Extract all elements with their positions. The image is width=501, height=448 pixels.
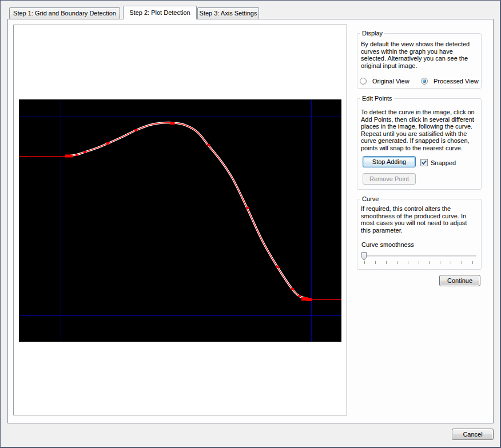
curve-point-marker: [106, 142, 109, 145]
curve-point-cluster: [307, 298, 312, 301]
wizard-window: Step 1: Grid and Boundary Detection Step…: [0, 0, 501, 448]
display-group: Display By default the view shows the de…: [357, 33, 482, 89]
plot-image[interactable]: [19, 99, 341, 342]
edit-points-group-title: Edit Points: [360, 95, 394, 102]
curve-point-marker: [207, 144, 210, 146]
curve-group-text: If required, this control alters the smo…: [361, 205, 479, 234]
curve-point-marker: [246, 207, 249, 209]
curve-point-cluster: [65, 155, 73, 158]
slider-tick: [462, 261, 462, 264]
tab-step2[interactable]: Step 2: Plot Detection: [123, 6, 197, 19]
curve-point-marker: [84, 151, 86, 153]
remove-point-button[interactable]: Remove Point: [363, 173, 416, 185]
tab-step1-label: Step 1: Grid and Boundary Detection: [13, 10, 116, 17]
plot-background: [19, 99, 341, 342]
plot-canvas-panel[interactable]: [13, 25, 347, 415]
snapped-checkbox[interactable]: [420, 159, 428, 166]
slider-tick: [472, 261, 473, 264]
curve-point-marker: [75, 154, 78, 156]
slider-tick: [419, 261, 419, 264]
display-group-text: By default the view shows the detected c…: [361, 41, 479, 69]
radio-processed-view-circle: [421, 78, 428, 85]
slider-tick: [397, 261, 397, 264]
snapped-checkbox-label[interactable]: Snapped: [431, 159, 456, 166]
radio-processed-view-label: Processed View: [434, 78, 479, 85]
tab-step3-label: Step 3: Axis Settings: [200, 10, 257, 17]
radio-original-view-circle: [360, 78, 367, 85]
check-icon: [421, 159, 427, 166]
slider-tick: [375, 261, 376, 264]
edit-points-group-text: To detect the curve in the image, click …: [361, 109, 479, 152]
curve-group-title: Curve: [360, 195, 380, 203]
tab-step3[interactable]: Step 3: Axis Settings: [197, 7, 259, 19]
curve-point-cluster: [170, 122, 175, 125]
stop-adding-button[interactable]: Stop Adding: [363, 156, 416, 167]
cancel-button[interactable]: Cancel: [452, 429, 494, 440]
edit-points-group: Edit Points To detect the curve in the i…: [357, 98, 482, 190]
curve-point-marker: [298, 295, 301, 297]
display-group-title: Display: [360, 30, 384, 37]
slider-tick: [386, 261, 387, 264]
slider-tick: [451, 261, 451, 264]
curve-group: Curve If required, this control alters t…: [357, 199, 482, 270]
radio-original-view[interactable]: Original View: [360, 77, 417, 85]
curve-smoothness-label: Curve smoothness: [361, 241, 414, 248]
tab-step2-label: Step 2: Plot Detection: [129, 9, 190, 16]
curve-point-marker: [134, 129, 137, 131]
curve-smoothness-slider-track[interactable]: [361, 255, 476, 257]
tab-step1[interactable]: Step 1: Grid and Boundary Detection: [9, 7, 120, 19]
radio-processed-view[interactable]: Processed View: [421, 77, 480, 85]
slider-tick: [429, 261, 430, 264]
slider-thumb-icon: [361, 251, 368, 261]
slider-tick: [440, 261, 440, 264]
curve-point-marker: [291, 288, 294, 290]
slider-tick: [408, 261, 408, 264]
tab-page: Display By default the view shows the de…: [7, 19, 494, 423]
continue-button[interactable]: Continue: [439, 275, 480, 286]
curve-point-marker: [276, 266, 279, 268]
radio-original-view-label: Original View: [372, 78, 409, 85]
slider-tick: [364, 261, 365, 264]
